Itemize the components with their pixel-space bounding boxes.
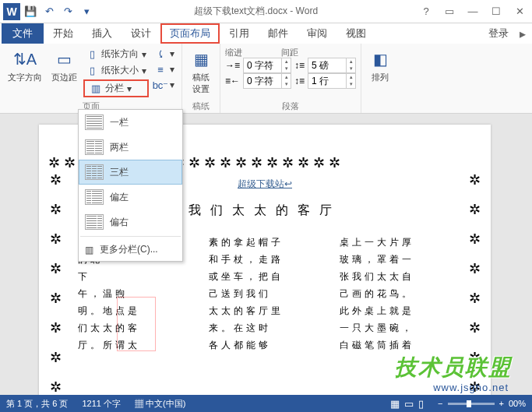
indent-left-icon: →≡	[225, 60, 240, 71]
zoom-out-icon[interactable]: −	[438, 399, 442, 408]
view-web-icon[interactable]: ▯	[418, 398, 424, 410]
columns-option-two[interactable]: 两栏	[79, 135, 182, 160]
columns-dropdown: 一栏 两栏 三栏 偏左 偏右 ▥ 更多分栏(C)...	[78, 109, 183, 262]
columns-option-three[interactable]: 三栏	[79, 160, 182, 185]
tab-home[interactable]: 开始	[44, 23, 83, 44]
column-2: 素的拿起帽子 和手杖，走路 或坐车，把自 己送到我们 太太的客厅里 来。在这时 …	[209, 234, 321, 395]
maximize-icon[interactable]: ☐	[487, 3, 506, 20]
margins-icon: ▭	[54, 48, 76, 70]
watermark-url: www.jsgho.net	[433, 382, 509, 393]
manuscript-icon: ▦	[190, 48, 212, 70]
save-icon[interactable]: 💾	[22, 3, 39, 20]
indent-right-input[interactable]: ▴▾	[243, 73, 291, 89]
zoom-slider[interactable]	[448, 403, 495, 405]
columns-more-option[interactable]: ▥ 更多分栏(C)...	[79, 238, 182, 261]
status-words[interactable]: 1211 个字	[82, 398, 121, 410]
minimize-icon[interactable]: —	[463, 3, 482, 20]
manuscript-group-label: 稿纸	[187, 100, 215, 111]
manuscript-button[interactable]: ▦ 稿纸 设置	[187, 47, 215, 97]
columns-option-left[interactable]: 偏左	[79, 185, 182, 210]
login-link[interactable]: 登录	[482, 23, 515, 44]
columns-option-right[interactable]: 偏右	[79, 210, 182, 234]
margins-button[interactable]: ▭ 页边距	[48, 47, 80, 85]
columns-option-one[interactable]: 一栏	[79, 110, 182, 135]
hyphenation-button[interactable]: bc⁻▾	[152, 78, 177, 92]
text-direction-icon: ⇅A	[14, 48, 36, 70]
status-page[interactable]: 第 1 页，共 6 页	[6, 398, 68, 410]
watermark-text: 技术员联盟	[395, 353, 512, 382]
indent-left-input[interactable]: ▴▾	[243, 58, 291, 73]
orientation-icon: ▯	[86, 48, 98, 61]
size-icon: ▯	[86, 65, 98, 77]
collapse-arrow-icon[interactable]: ▸	[515, 26, 530, 41]
size-button[interactable]: ▯ 纸张大小▾	[83, 63, 149, 78]
tab-review[interactable]: 审阅	[298, 23, 336, 44]
hyphenation-icon: bc⁻	[154, 79, 167, 91]
help-icon[interactable]: ?	[417, 3, 435, 20]
one-column-icon	[85, 114, 104, 130]
ribbon-options-icon[interactable]: ▭	[440, 3, 459, 20]
breaks-icon: ⤹	[154, 48, 167, 60]
arrange-icon: ◧	[369, 48, 391, 70]
view-print-icon[interactable]: ▦	[390, 398, 400, 410]
spacing-after-input[interactable]: ▴▾	[308, 73, 356, 89]
spacing-after-icon: ↕≡	[294, 76, 305, 86]
breaks-button[interactable]: ⤹▾	[152, 47, 177, 61]
line-numbers-button[interactable]: ≡▾	[152, 62, 177, 76]
tab-view[interactable]: 视图	[336, 23, 375, 44]
page-border-left: ✲✲✲✲✲✲✲✲	[48, 171, 62, 395]
paragraph-group-label: 段落	[225, 100, 356, 111]
annotation-box	[117, 297, 156, 351]
qat-customize-icon[interactable]: ▾	[78, 3, 95, 20]
status-lang[interactable]: ▦ 中文(中国)	[135, 398, 185, 410]
columns-icon: ▥	[90, 83, 102, 95]
columns-button[interactable]: ▥ 分栏▾	[83, 79, 149, 97]
tab-references[interactable]: 引用	[220, 23, 259, 44]
zoom-in-icon[interactable]: +	[499, 399, 504, 408]
arrange-button[interactable]: ◧ 排列	[366, 47, 394, 85]
text-direction-button[interactable]: ⇅A 文字方向	[5, 47, 45, 85]
view-read-icon[interactable]: ▭	[404, 398, 414, 410]
indent-right-icon: ≡←	[225, 76, 240, 86]
line-numbers-icon: ≡	[154, 63, 167, 76]
tab-mail[interactable]: 邮件	[259, 23, 298, 44]
window-title: 超级下载text文档.docx - Word	[95, 5, 417, 18]
redo-icon[interactable]: ↷	[59, 3, 76, 20]
three-column-icon	[85, 164, 104, 180]
tab-layout[interactable]: 页面布局	[160, 23, 220, 44]
zoom-level[interactable]: 00%	[509, 399, 526, 408]
tab-insert[interactable]: 插入	[83, 23, 122, 44]
undo-icon[interactable]: ↶	[41, 3, 58, 20]
tab-design[interactable]: 设计	[122, 23, 160, 44]
spacing-before-input[interactable]: ▴▾	[308, 58, 356, 73]
more-columns-icon: ▥	[85, 245, 93, 255]
spacing-before-icon: ↕≡	[294, 60, 305, 71]
orientation-button[interactable]: ▯ 纸张方向▾	[83, 47, 149, 62]
tab-file[interactable]: 文件	[2, 23, 44, 44]
word-app-icon: W	[3, 3, 20, 20]
two-column-icon	[85, 139, 104, 155]
left-column-icon	[85, 189, 104, 205]
right-column-icon	[85, 214, 104, 230]
close-icon[interactable]: ✕	[510, 3, 529, 20]
